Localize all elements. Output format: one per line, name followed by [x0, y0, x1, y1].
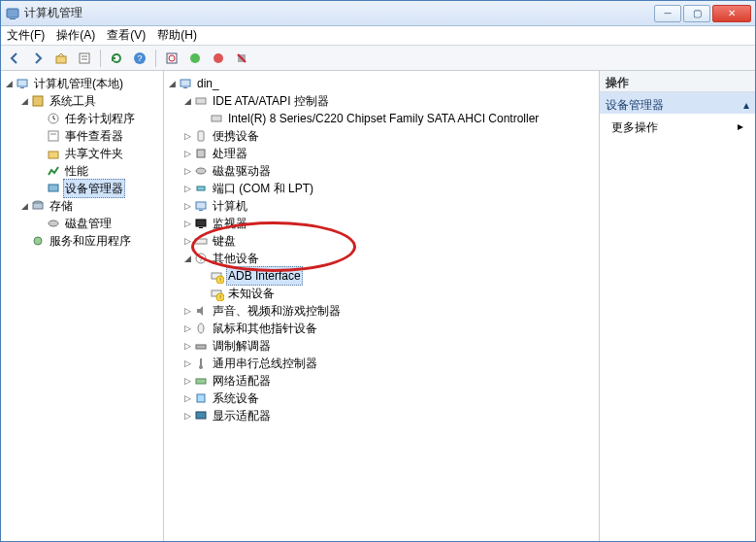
toolbar-back-button[interactable] [5, 49, 24, 68]
chevron-right-icon: ▸ [738, 119, 743, 136]
toolbar-props-button[interactable] [75, 49, 94, 68]
svg-text:?: ? [137, 53, 142, 63]
menu-action[interactable]: 操作(A) [56, 27, 95, 44]
tree-label: 鼠标和其他指针设备 [211, 320, 319, 337]
toolbar-scan-button[interactable] [162, 49, 181, 68]
toolbar-forward-button[interactable] [28, 49, 48, 68]
toolbar-enable-button[interactable] [185, 49, 205, 68]
expand-icon[interactable]: ▷ [181, 305, 193, 317]
tree-item[interactable]: ▷显示适配器 [181, 407, 597, 424]
tree-item[interactable]: ▷键盘 [181, 232, 597, 250]
tree-item[interactable]: ▷系统设备 [181, 390, 597, 407]
tree-item[interactable]: 性能 [34, 162, 161, 180]
expand-icon[interactable]: ▷ [181, 322, 193, 334]
expand-icon[interactable]: ▷ [181, 165, 193, 177]
tree-item[interactable]: ◢计算机管理(本地) [3, 75, 161, 92]
tree-item[interactable]: ◢IDE ATA/ATAPI 控制器 [181, 92, 597, 110]
menu-bar: 文件(F) 操作(A) 查看(V) 帮助(H) [1, 26, 755, 46]
tree-item[interactable]: ◢?其他设备 [181, 250, 597, 267]
toolbar-up-button[interactable] [51, 49, 71, 68]
toolbar-uninstall-button[interactable] [232, 49, 251, 68]
minimize-button[interactable]: ─ [654, 5, 681, 22]
perf-icon [46, 163, 61, 179]
tree-label: IDE ATA/ATAPI 控制器 [211, 92, 331, 110]
forward-icon [30, 51, 46, 66]
tree-item[interactable]: ▷监视器 [181, 215, 597, 232]
more-actions[interactable]: 更多操作 ▸ [600, 114, 755, 142]
tools-icon [30, 93, 46, 109]
tree-item[interactable]: ▷磁盘驱动器 [181, 162, 597, 180]
tree-item[interactable]: !未知设备 [197, 285, 597, 302]
svg-rect-25 [33, 203, 43, 209]
expand-icon[interactable]: ▷ [181, 410, 193, 422]
expand-icon[interactable]: ▷ [181, 183, 193, 194]
svg-rect-3 [80, 53, 89, 63]
expand-icon [34, 218, 46, 229]
tree-item[interactable]: !ADB Interface [197, 267, 597, 285]
display-icon [193, 408, 209, 423]
collapse-icon[interactable]: ◢ [18, 200, 30, 212]
tree-item[interactable]: ▷调制解调器 [181, 337, 597, 355]
expand-icon[interactable]: ▷ [181, 130, 193, 142]
expand-icon[interactable]: ▷ [181, 148, 193, 159]
tree-label: 端口 (COM 和 LPT) [211, 180, 315, 197]
toolbar-refresh-button[interactable] [107, 49, 126, 68]
svg-rect-35 [197, 186, 205, 190]
tree-item[interactable]: 任务计划程序 [34, 110, 161, 127]
tree-label: 磁盘驱动器 [211, 162, 273, 180]
tree-item[interactable]: Intel(R) 8 Series/C220 Chipset Family SA… [197, 110, 597, 127]
tree-item[interactable]: ▷鼠标和其他指针设备 [181, 320, 597, 337]
computer-icon [15, 76, 30, 91]
menu-file[interactable]: 文件(F) [7, 27, 45, 44]
actions-section[interactable]: 设备管理器 ▴ [600, 92, 755, 114]
expand-icon [34, 165, 46, 177]
expand-icon[interactable]: ▷ [181, 235, 193, 247]
tree-item[interactable]: ▷通用串行总线控制器 [181, 355, 597, 372]
collapse-icon[interactable]: ◢ [181, 95, 193, 107]
toolbar-disable-button[interactable] [209, 49, 228, 68]
tree-item[interactable]: ◢din_ [166, 75, 597, 92]
collapse-icon[interactable]: ◢ [3, 78, 15, 89]
tree-item[interactable]: ▷便携设备 [181, 127, 597, 145]
sound-icon [193, 303, 209, 319]
tree-label: 处理器 [211, 145, 249, 162]
ide-icon [193, 93, 209, 109]
collapse-icon[interactable]: ◢ [18, 95, 30, 107]
tree-item[interactable]: 共享文件夹 [34, 145, 161, 162]
svg-rect-31 [212, 116, 221, 121]
tree-label: 监视器 [211, 215, 249, 232]
menu-help[interactable]: 帮助(H) [157, 27, 197, 44]
expand-icon[interactable]: ▷ [181, 218, 193, 229]
close-button[interactable]: ✕ [712, 5, 751, 22]
tree-label: 计算机管理(本地) [32, 75, 125, 92]
expand-icon[interactable]: ▷ [181, 357, 193, 369]
expand-icon[interactable]: ▷ [181, 375, 193, 387]
svg-marker-49 [197, 306, 203, 316]
tree-item[interactable]: ◢存储 [18, 197, 161, 215]
expand-icon[interactable]: ▷ [181, 392, 193, 404]
tree-item[interactable]: ▷端口 (COM 和 LPT) [181, 180, 597, 197]
tree-item[interactable]: 服务和应用程序 [18, 232, 161, 250]
expand-icon[interactable]: ▷ [181, 200, 193, 212]
menu-view[interactable]: 查看(V) [107, 27, 146, 44]
tree-item[interactable]: ◢系统工具 [18, 92, 161, 110]
portable-icon [193, 128, 209, 144]
collapse-icon[interactable]: ◢ [166, 78, 178, 89]
tree-item[interactable]: ▷处理器 [181, 145, 597, 162]
tree-label: 便携设备 [211, 127, 261, 145]
tree-item[interactable]: 设备管理器 [34, 180, 161, 197]
services-icon [30, 233, 46, 249]
tree-item[interactable]: ▷计算机 [181, 197, 597, 215]
toolbar-help-button[interactable]: ? [130, 49, 149, 68]
tree-item[interactable]: 磁盘管理 [34, 215, 161, 232]
maximize-button[interactable]: ▢ [683, 5, 710, 22]
tree-item[interactable]: 事件查看器 [34, 127, 161, 145]
svg-text:?: ? [199, 254, 204, 263]
collapse-icon[interactable]: ◢ [181, 253, 193, 264]
svg-rect-16 [33, 96, 43, 106]
main-area: ◢计算机管理(本地)◢系统工具任务计划程序事件查看器共享文件夹性能设备管理器◢存… [1, 71, 755, 541]
tree-item[interactable]: ▷声音、视频和游戏控制器 [181, 302, 597, 320]
warn-icon: ! [209, 268, 224, 284]
expand-icon[interactable]: ▷ [181, 340, 193, 352]
tree-item[interactable]: ▷网络适配器 [181, 372, 597, 390]
